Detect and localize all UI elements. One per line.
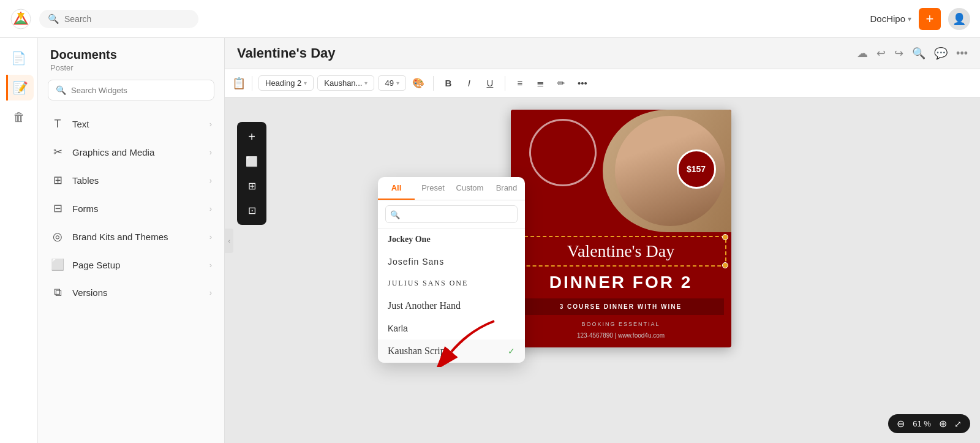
- font-tab-preset[interactable]: Preset: [415, 177, 451, 200]
- topbar-search-input[interactable]: [64, 14, 175, 24]
- font-selector[interactable]: Kaushan... ▾: [317, 75, 374, 91]
- redo-icon[interactable]: ↪: [894, 47, 903, 60]
- chevron-right-icon: ›: [209, 204, 212, 213]
- poster-selected-element[interactable]: Valentine's Day: [516, 236, 726, 267]
- comments-icon[interactable]: 💬: [934, 47, 948, 60]
- layer-button[interactable]: ⬜: [241, 150, 263, 172]
- handle-bottom-right[interactable]: [722, 262, 728, 268]
- sidebar-item-label-page-setup: Page Setup: [72, 260, 120, 270]
- font-tab-custom[interactable]: Custom: [451, 177, 488, 200]
- sidebar-item-page-setup[interactable]: ⬜ Page Setup ›: [38, 251, 224, 279]
- font-size-selector[interactable]: 49 ▾: [378, 75, 405, 91]
- more-format-button[interactable]: •••: [574, 75, 591, 92]
- format-toolbar: 📋 Heading 2 ▾ Kaushan... ▾ 49 ▾ 🎨 B I U …: [225, 69, 980, 97]
- poster-dinner-text: DINNER FOR 2: [511, 270, 731, 295]
- main-layout: 📄 📝 🗑 Documents Poster 🔍 T Text › ✂ Grap…: [0, 38, 980, 443]
- sidebar-item-forms[interactable]: ⊟ Forms ›: [38, 194, 224, 222]
- font-item-karla[interactable]: Karla: [378, 317, 525, 339]
- cloud-save-icon[interactable]: ☁: [857, 47, 868, 60]
- widget-search-input[interactable]: [71, 86, 206, 95]
- search-icon: 🔍: [48, 13, 59, 25]
- chevron-down-icon: ▾: [908, 15, 911, 23]
- font-item-jockey-one[interactable]: Jockey One: [378, 229, 525, 251]
- sidebar-icon-trash[interactable]: 🗑: [6, 104, 32, 130]
- chevron-down-icon: ▾: [304, 80, 307, 86]
- table-icon: ⊞: [50, 173, 65, 187]
- brand-icon: ◎: [50, 230, 65, 243]
- canvas-title-actions: ☁ ↩ ↪ 🔍 💬 •••: [857, 47, 968, 60]
- brand-selector[interactable]: DocHipo ▾: [870, 13, 911, 24]
- versions-icon: ⧉: [50, 286, 65, 299]
- italic-button[interactable]: I: [461, 75, 478, 92]
- font-item-julius-sans-one[interactable]: JULIUS SANS ONE: [378, 273, 525, 294]
- font-item-josefin-sans[interactable]: Josefin Sans: [378, 251, 525, 273]
- sidebar-item-text[interactable]: T Text ›: [38, 110, 224, 138]
- brand-label: DocHipo: [870, 13, 905, 24]
- topbar-right: DocHipo ▾ + 👤: [870, 8, 970, 30]
- animation-button[interactable]: ⊡: [241, 199, 263, 221]
- sidebar-item-label-versions: Versions: [72, 287, 108, 298]
- separator: [252, 76, 252, 91]
- poster-booking-text: BOOKING ESSENTIAL: [511, 319, 731, 330]
- canvas-workspace[interactable]: + ⬜ ⊞ ⊡ $157: [225, 97, 980, 443]
- text-icon: T: [50, 118, 65, 131]
- font-item-just-another-hand[interactable]: Just Another Hand: [378, 294, 525, 317]
- heading-selector[interactable]: Heading 2 ▾: [258, 75, 314, 91]
- font-name-label: Kaushan...: [324, 78, 362, 88]
- poster-contact-text: 123-4567890 | www.food4u.com: [511, 330, 731, 347]
- chevron-right-icon: ›: [209, 119, 212, 129]
- add-element-button[interactable]: +: [241, 126, 263, 148]
- chevron-down-icon: ▾: [396, 80, 399, 86]
- font-search-input[interactable]: [385, 205, 518, 223]
- search-icon: 🔍: [56, 85, 66, 95]
- forms-icon: ⊟: [50, 202, 65, 215]
- widget-sidebar: Documents Poster 🔍 T Text › ✂ Graphics a…: [38, 38, 225, 443]
- user-avatar[interactable]: 👤: [948, 8, 970, 30]
- bold-button[interactable]: B: [440, 75, 457, 92]
- sidebar-item-label-graphics: Graphics and Media: [72, 147, 154, 157]
- handle-top-right[interactable]: [722, 234, 728, 240]
- undo-icon[interactable]: ↩: [876, 47, 886, 60]
- clipboard-icon[interactable]: 📋: [232, 77, 246, 90]
- font-list: Jockey One Josefin Sans JULIUS SANS ONE …: [378, 229, 525, 363]
- app-logo[interactable]: [10, 8, 32, 30]
- canvas-title-bar: Valentine's Day ☁ ↩ ↪ 🔍 💬 •••: [225, 38, 980, 69]
- chevron-right-icon: ›: [209, 232, 212, 241]
- align-button[interactable]: ≡: [511, 75, 529, 92]
- sidebar-item-graphics[interactable]: ✂ Graphics and Media ›: [38, 138, 224, 166]
- chevron-right-icon: ›: [209, 288, 212, 297]
- sidebar-item-label-forms: Forms: [72, 203, 99, 214]
- zoom-out-button[interactable]: ⊖: [897, 418, 905, 430]
- list-button[interactable]: ≣: [532, 75, 549, 92]
- poster-course-text: 3 COURSE DINNER WITH WINE: [518, 298, 724, 315]
- underline-button[interactable]: U: [481, 75, 499, 92]
- font-tab-all[interactable]: All: [378, 177, 415, 200]
- canvas-mini-toolbar: + ⬜ ⊞ ⊡: [237, 122, 266, 225]
- font-tabs: All Preset Custom Brand: [378, 177, 525, 200]
- sidebar-title: Documents: [38, 48, 224, 63]
- font-item-kaushan-script[interactable]: Kaushan Script ✓: [378, 339, 525, 363]
- poster-text-selection-box: Valentine's Day: [516, 236, 726, 267]
- search-canvas-icon[interactable]: 🔍: [912, 47, 925, 60]
- grid-button[interactable]: ⊞: [241, 175, 263, 197]
- more-options-icon[interactable]: •••: [956, 47, 968, 60]
- chevron-right-icon: ›: [209, 148, 212, 157]
- separator: [505, 76, 505, 91]
- sidebar-item-tables[interactable]: ⊞ Tables ›: [38, 166, 224, 194]
- font-search-icon: 🔍: [390, 210, 400, 219]
- user-icon: 👤: [952, 12, 966, 26]
- sidebar-item-versions[interactable]: ⧉ Versions ›: [38, 279, 224, 306]
- add-new-button[interactable]: +: [919, 8, 941, 30]
- sidebar-item-brand[interactable]: ◎ Brand Kits and Themes ›: [38, 222, 224, 251]
- text-color-icon[interactable]: 🎨: [410, 75, 427, 92]
- sidebar-icon-editor[interactable]: 📝: [6, 75, 34, 100]
- highlight-button[interactable]: ✏: [553, 75, 570, 92]
- scissors-icon: ✂: [50, 145, 65, 159]
- font-dropdown: All Preset Custom Brand 🔍 Jockey One: [378, 177, 525, 363]
- selected-checkmark-icon: ✓: [508, 346, 515, 357]
- plus-icon: +: [926, 11, 934, 27]
- fullscreen-button[interactable]: ⤢: [954, 419, 962, 429]
- zoom-in-button[interactable]: ⊕: [939, 418, 947, 430]
- font-tab-brand[interactable]: Brand: [488, 177, 525, 200]
- sidebar-icon-documents[interactable]: 📄: [6, 45, 32, 71]
